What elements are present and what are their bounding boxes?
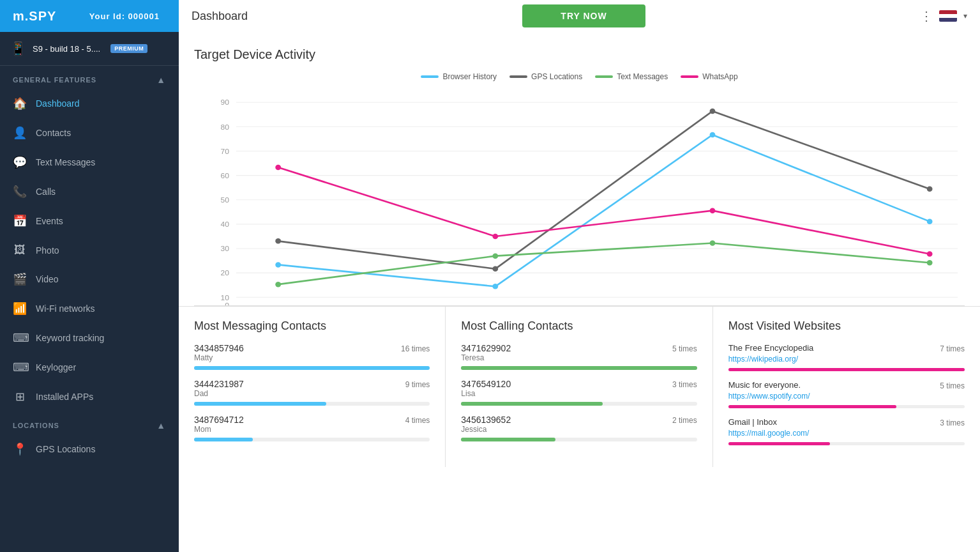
general-features-label: GENERAL FEATURES ▲ xyxy=(0,66,179,89)
sidebar-item-keylogger[interactable]: ⌨ Keylogger xyxy=(0,353,179,382)
sidebar-item-keyword-tracking[interactable]: ⌨ Keyword tracking xyxy=(0,323,179,353)
logo: m.SPY Your Id: 000001 xyxy=(0,9,179,24)
svg-point-38 xyxy=(927,251,933,256)
website-url[interactable]: https://wikipedia.org/ xyxy=(728,355,798,364)
calling-contacts-panel: Most Calling Contacts 3471629902 Teresa … xyxy=(446,307,712,467)
sidebar-item-gps-locations[interactable]: 📍 GPS Locations xyxy=(0,434,179,464)
sidebar-item-label: Keyword tracking xyxy=(36,333,104,343)
website-bar xyxy=(728,442,830,445)
contact-bar xyxy=(461,438,555,441)
topbar: m.SPY Your Id: 000001 Dashboard TRY NOW … xyxy=(0,0,980,32)
legend-browser-history: Browser History xyxy=(421,72,497,81)
legend-color-gps xyxy=(509,75,527,78)
list-item: 3434857946 Matty 16 times xyxy=(194,343,430,370)
website-url[interactable]: https://mail.google.com/ xyxy=(728,429,810,438)
sidebar-item-label: Text Messages xyxy=(36,157,95,167)
device-header: 📱 S9 - build 18 - 5.... PREMIUM xyxy=(0,32,179,66)
website-title: Music for everyone. xyxy=(728,380,934,390)
visited-websites-panel: Most Visited Websites The Free Encyclope… xyxy=(713,307,980,467)
sidebar-item-contacts[interactable]: 👤 Contacts xyxy=(0,118,179,148)
sidebar-item-label: Events xyxy=(36,216,63,226)
svg-point-28 xyxy=(492,266,498,272)
svg-point-37 xyxy=(710,208,716,213)
messaging-contacts-title: Most Messaging Contacts xyxy=(194,319,430,333)
svg-point-23 xyxy=(275,262,281,267)
activity-chart: 90 80 70 60 50 40 30 20 10 0 2020-01 202… xyxy=(194,89,965,306)
list-item: Music for everyone. https://www.spotify.… xyxy=(728,380,965,408)
sidebar-item-events[interactable]: 📅 Events xyxy=(0,206,179,236)
sidebar: 📱 S9 - build 18 - 5.... PREMIUM GENERAL … xyxy=(0,32,179,552)
svg-text:90: 90 xyxy=(220,98,229,107)
contact-number: 3434857946 xyxy=(194,343,244,353)
device-name: S9 - build 18 - 5.... xyxy=(33,44,100,54)
website-bar-wrap xyxy=(728,442,965,445)
list-item: Gmail | Inbox https://mail.google.com/ 3… xyxy=(728,417,965,445)
website-url[interactable]: https://www.spotify.com/ xyxy=(728,392,810,401)
photo-icon: 🖼 xyxy=(13,243,27,257)
sidebar-item-label: Photo xyxy=(36,245,59,256)
contact-bar-wrap xyxy=(461,438,697,441)
sidebar-item-label: GPS Locations xyxy=(36,444,95,454)
sidebar-item-text-messages[interactable]: 💬 Text Messages xyxy=(0,148,179,177)
svg-point-33 xyxy=(710,240,716,245)
sidebar-item-label: Keylogger xyxy=(36,362,76,372)
contact-name: Jessica xyxy=(461,425,511,434)
topbar-right: Dashboard TRY NOW ⋮ ▾ xyxy=(179,0,980,32)
try-now-button[interactable]: TRY NOW xyxy=(522,4,645,27)
gps-icon: 📍 xyxy=(13,442,27,456)
language-flag-icon[interactable] xyxy=(939,10,957,22)
contact-name: Dad xyxy=(194,389,244,398)
sidebar-item-installed-apps[interactable]: ⊞ Installed APPs xyxy=(0,382,179,411)
sidebar-item-dashboard[interactable]: 🏠 Dashboard xyxy=(0,89,179,118)
chart-svg: 90 80 70 60 50 40 30 20 10 0 2020-01 202… xyxy=(194,89,965,305)
website-bar-wrap xyxy=(728,405,965,408)
legend-whatsapp: WhatsApp xyxy=(681,72,737,81)
list-item: 3487694712 Mom 4 times xyxy=(194,415,430,441)
svg-point-25 xyxy=(710,132,716,137)
chevron-down-icon[interactable]: ▾ xyxy=(963,12,967,20)
keylogger-icon: ⌨ xyxy=(13,360,27,374)
website-bar xyxy=(728,405,896,408)
svg-text:40: 40 xyxy=(220,220,229,229)
contact-bar-wrap xyxy=(194,438,430,441)
contact-bar xyxy=(461,366,697,370)
contact-times: 9 times xyxy=(405,380,430,389)
calling-contacts-title: Most Calling Contacts xyxy=(461,319,697,333)
sidebar-item-wifi[interactable]: 📶 Wi-Fi networks xyxy=(0,294,179,323)
contact-bar-wrap xyxy=(194,366,430,370)
contact-times: 2 times xyxy=(672,416,697,425)
contact-bar xyxy=(194,366,430,370)
list-item: 3456139652 Jessica 2 times xyxy=(461,415,697,441)
website-info: Music for everyone. https://www.spotify.… xyxy=(728,380,934,401)
chevron-up-icon: ▲ xyxy=(156,75,166,85)
list-item: 3444231987 Dad 9 times xyxy=(194,379,430,406)
legend-label-gps: GPS Locations xyxy=(531,72,582,81)
contact-number: 3456139652 xyxy=(461,415,511,425)
legend-color-text xyxy=(595,75,613,78)
sidebar-item-photo[interactable]: 🖼 Photo xyxy=(0,236,179,264)
user-id: Your Id: 000001 xyxy=(89,12,166,21)
sidebar-item-video[interactable]: 🎬 Video xyxy=(0,264,179,294)
svg-point-34 xyxy=(927,260,933,265)
svg-point-26 xyxy=(927,218,933,224)
list-item: The Free Encyclopedia https://wikipedia.… xyxy=(728,343,965,371)
sidebar-item-label: Contacts xyxy=(36,128,71,138)
calls-icon: 📞 xyxy=(13,185,27,199)
contact-times: 3 times xyxy=(672,380,697,389)
sidebar-item-calls[interactable]: 📞 Calls xyxy=(0,177,179,206)
main-content: Target Device Activity Browser History G… xyxy=(179,32,980,552)
svg-point-29 xyxy=(710,109,716,114)
website-times: 3 times xyxy=(940,418,965,427)
contact-times: 16 times xyxy=(401,344,430,353)
contact-number: 3487694712 xyxy=(194,415,244,425)
website-times: 7 times xyxy=(940,344,965,353)
svg-text:60: 60 xyxy=(220,171,229,180)
home-icon: 🏠 xyxy=(13,96,27,111)
more-icon[interactable]: ⋮ xyxy=(920,8,933,24)
sidebar-item-label: Video xyxy=(36,274,59,284)
contact-name: Teresa xyxy=(461,353,511,362)
contact-bar-wrap xyxy=(461,402,697,406)
page-title: Dashboard xyxy=(192,10,248,23)
contact-number: 3471629902 xyxy=(461,343,511,353)
apps-icon: ⊞ xyxy=(13,390,27,404)
